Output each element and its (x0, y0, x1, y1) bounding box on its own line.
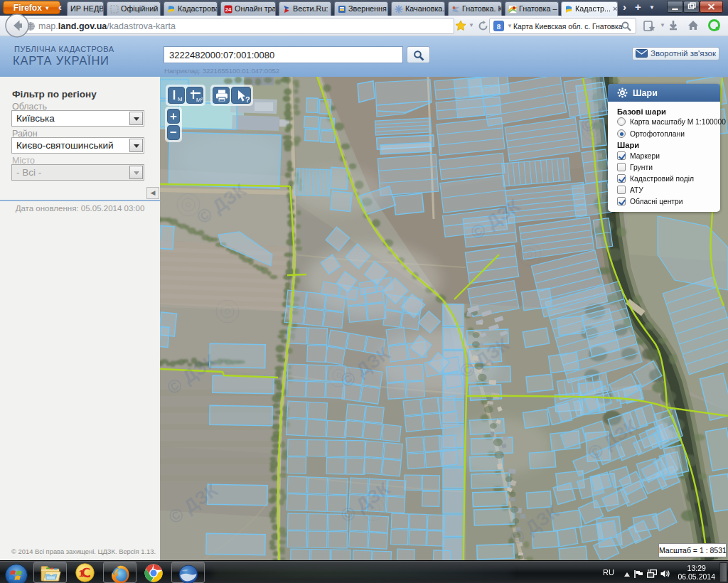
svg-text:M: M (178, 96, 183, 102)
svg-text:M²: M² (196, 97, 203, 103)
svg-text:24: 24 (225, 6, 232, 13)
svg-text:?: ? (245, 95, 250, 104)
svg-text:8: 8 (497, 22, 501, 31)
